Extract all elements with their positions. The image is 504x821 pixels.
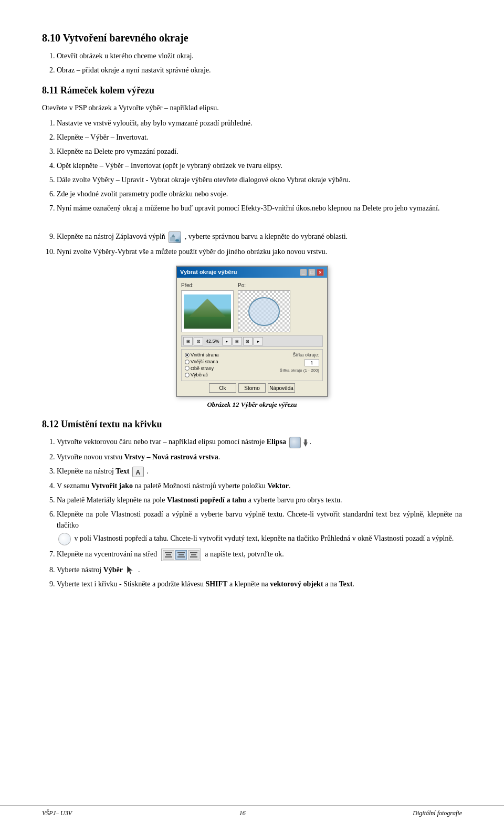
list-item: Opět klepněte – Výběr – Invertovat (opět… <box>57 160 462 171</box>
dialog-toolbar: ⊞ ⊡ 42.5% ▸ ⊞ ⊡ ▸ <box>181 335 323 347</box>
dialog-pred-section: Před: <box>181 282 234 332</box>
list-item: Nastavte ve vrstvě vyloučit, aby bylo vy… <box>57 118 462 129</box>
radio-output-circle <box>185 373 190 377</box>
list-item-2: Vytvořte novou vrstvu Vrstvy – Nová rast… <box>57 451 462 462</box>
width-range-label: Šířka okraje (1 - 200) <box>280 367 319 373</box>
section-8-11-intro: Otevřete v PSP obrázek a Vytvořte výběr … <box>42 102 462 113</box>
list-item: Klepněte – Výběr – Invertovat. <box>57 132 462 143</box>
pruhledna-icon <box>58 533 71 545</box>
radio-output-label: Výběrač <box>191 372 208 378</box>
dialog-pred-preview <box>181 290 234 332</box>
dialog-options-section: Vnitřní strana Vnější strana Obě strany <box>181 349 323 381</box>
toolbar-btn-3[interactable]: ▸ <box>222 337 232 345</box>
section-8-12: 8.12 Umístění textu na křivku Vytvořte v… <box>42 418 462 590</box>
list-item-3: Klepněte na nástroj Text A . <box>57 466 462 477</box>
toolbar-btn-5[interactable]: ⊡ <box>243 337 253 345</box>
list-item-6: Klepněte na pole Vlastnosti pozadí a výp… <box>57 509 462 545</box>
section-8-11: 8.11 Rámeček kolem výřezu Otevřete v PSP… <box>42 84 462 409</box>
dialog-vybrat-okraje: Vybrat okraje výběru _ □ × Před: <box>176 266 328 397</box>
radio-inner-circle <box>185 353 190 357</box>
dialog-titlebar: Vybrat okraje výběru _ □ × <box>177 267 327 278</box>
radio-inner-label: Vnitřní strana <box>191 352 219 359</box>
bucket-tool-icon <box>169 231 181 243</box>
dialog-title: Vybrat okraje výběru <box>180 268 237 276</box>
list-item-9: Vyberte text i křivku - Stiskněte a podr… <box>57 578 462 590</box>
section-8-11-title: 8.11 Rámeček kolem výřezu <box>42 84 462 97</box>
toolbar-btn-6[interactable]: ▸ <box>254 337 263 345</box>
list-item-4: V seznamu Vytvořit jako na paletě Možnos… <box>57 480 462 491</box>
width-input[interactable] <box>304 359 319 366</box>
width-section: Šířka okraje: Šířka okraje (1 - 200) <box>276 352 319 373</box>
section-8-10-list: Otevřít obrázek u kterého chceme vložit … <box>57 50 462 76</box>
svg-rect-0 <box>170 237 175 241</box>
radio-output[interactable]: Výběrač <box>185 372 219 378</box>
radio-outer-label: Vnější strana <box>191 359 218 365</box>
list-item: Klepněte na Delete pro vymazání pozadí. <box>57 146 462 157</box>
preview-ellipse-shape <box>248 297 280 326</box>
section-8-12-title: 8.12 Umístění textu na křivku <box>42 418 462 431</box>
svg-rect-3 <box>304 439 307 443</box>
preview-mountain-shape <box>189 299 226 317</box>
list-item-7: Klepněte na vycentrování na střed <box>57 549 462 561</box>
section-8-11-list: Nastavte ve vrstvě vyloučit, aby bylo vy… <box>57 118 462 257</box>
toolbar-btn-2[interactable]: ⊡ <box>194 337 203 345</box>
dialog-maximize-button[interactable]: □ <box>308 269 316 276</box>
list-item: Nyní máme označený okraj a můžeme ho buď… <box>57 203 462 214</box>
radio-outer[interactable]: Vnější strana <box>185 359 219 365</box>
dialog-po-label: Po: <box>238 282 290 289</box>
list-item-8: Vyberte nástroj Výběr . <box>57 564 462 576</box>
radio-inner[interactable]: Vnitřní strana <box>185 352 219 359</box>
svg-marker-2 <box>303 443 308 447</box>
options-main-row: Vnitřní strana Vnější strana Obě strany <box>185 352 319 378</box>
bucket-icon-svg <box>169 232 181 243</box>
toolbar-btn-4[interactable]: ⊞ <box>233 337 242 345</box>
list-item: Obraz – přidat okraje a nyní nastavit sp… <box>57 65 462 76</box>
list-item <box>47 217 462 228</box>
toolbar-btn-1[interactable]: ⊞ <box>183 337 193 345</box>
text-tool-icon: A <box>132 467 144 477</box>
footer-left: VŠPJ– U3V <box>42 809 72 818</box>
dialog-close-button[interactable]: × <box>317 269 324 276</box>
dialog-body: Před: Po: <box>177 278 327 395</box>
list-item: Zde je vhodné zvolit parametry podle obr… <box>57 188 462 199</box>
alignment-icons <box>161 549 201 561</box>
footer-right: Digitální fotografie <box>413 809 462 818</box>
align-left-icon <box>163 550 174 560</box>
align-right-icon <box>188 550 200 560</box>
list-item-9: Klepněte na nástroj Záplavová výplň , vy… <box>57 231 462 243</box>
section-8-10-title: 8.10 Vytvoření barevného okraje <box>42 30 462 45</box>
list-item: Otevřít obrázek u kterého chceme vložit … <box>57 50 462 61</box>
dialog-storno-button[interactable]: Storno <box>238 383 266 393</box>
align-center-icon <box>175 550 187 560</box>
dialog-ok-button[interactable]: Ok <box>209 383 236 393</box>
width-label: Šířka okraje: <box>280 352 319 359</box>
list-item: Dále zvolte Výběry – Upravit - Vybrat ok… <box>57 174 462 185</box>
zoom-level: 42.5% <box>204 338 221 345</box>
dialog-napoveda-button[interactable]: Nápověda <box>268 383 295 393</box>
footer: VŠPJ– U3V 16 Digitální fotografie <box>0 805 504 821</box>
radio-both-label: Obě strany <box>191 365 214 372</box>
list-item-5: Na paletě Materiály klepněte na pole Vla… <box>57 494 462 506</box>
radio-outer-circle <box>185 360 190 364</box>
list-item-10: Nyní zvolte Výběry-Vybrat vše a můžete p… <box>57 246 462 257</box>
vybr-cursor-icon <box>125 565 135 575</box>
dialog-minimize-button[interactable]: _ <box>300 269 307 276</box>
figure-12: Vybrat okraje výběru _ □ × Před: <box>42 266 462 409</box>
figure-caption: Obrázek 12 Výběr okraje výřezu <box>42 400 462 409</box>
ellipse-tool-icon <box>289 437 301 448</box>
section-8-12-list: Vytvořte vektorovou čáru nebo tvar – nap… <box>57 436 462 590</box>
dialog-po-section: Po: <box>238 282 290 332</box>
radio-both-circle <box>185 366 190 371</box>
dialog-po-preview <box>238 290 290 332</box>
preview-landscape-image <box>184 294 231 329</box>
radio-options-group: Vnitřní strana Vnější strana Obě strany <box>185 352 219 378</box>
dialog-titlebar-buttons: _ □ × <box>300 269 324 276</box>
footer-center: 16 <box>239 809 246 818</box>
radio-both[interactable]: Obě strany <box>185 365 219 372</box>
dialog-pred-label: Před: <box>181 282 234 289</box>
dialog-preview-row: Před: Po: <box>181 282 323 332</box>
svg-rect-1 <box>175 239 179 241</box>
arrow-down-icon <box>303 439 308 446</box>
dialog-button-row: Ok Storno Nápověda <box>181 383 323 393</box>
svg-marker-4 <box>127 566 133 574</box>
